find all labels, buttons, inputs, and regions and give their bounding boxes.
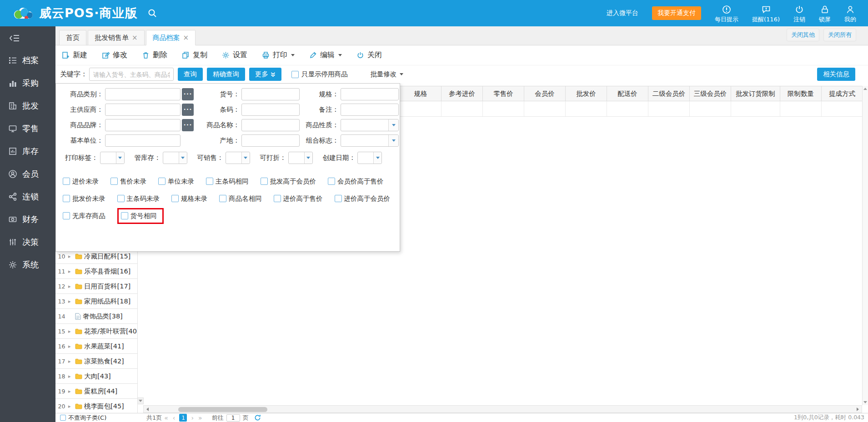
checkbox[interactable] <box>261 178 268 185</box>
field-select[interactable] <box>100 152 125 164</box>
lock-screen-button[interactable]: 锁屏 <box>819 5 831 22</box>
sidebar-item-retail[interactable]: 零售 <box>0 117 55 140</box>
filter-checkbox[interactable]: 主条码未录 <box>117 194 160 203</box>
edit-dropdown-button[interactable]: 编辑 <box>309 50 342 60</box>
close-button[interactable]: 关闭 <box>356 50 382 60</box>
filter-checkbox[interactable]: 无库存商品 <box>63 212 105 220</box>
micro-platform-link[interactable]: 进入微平台 <box>607 9 638 17</box>
sidebar-item-finance[interactable]: 财务 <box>0 208 55 231</box>
tab-wholesale-order[interactable]: 批发销售单 × <box>88 30 145 45</box>
sidebar-item-archives[interactable]: 档案 <box>0 49 55 72</box>
sidebar-item-wholesale[interactable]: 批发 <box>0 94 55 117</box>
reminders-button[interactable]: 提醒(116) <box>752 5 780 22</box>
close-all-button[interactable]: 关闭所有 <box>823 29 856 41</box>
expand-arrow-icon[interactable]: ▸ <box>68 358 73 364</box>
category-row[interactable]: 20 ▸ 桃李面包[45] <box>55 399 137 413</box>
sidebar-item-chain[interactable]: 连锁 <box>0 185 55 208</box>
field-select[interactable] <box>288 152 313 164</box>
scrollbar-thumb[interactable] <box>178 407 267 412</box>
category-row[interactable]: 12 ▸ 日用百货科[17 <box>55 279 137 294</box>
browse-dots-button[interactable]: ••• <box>182 119 194 131</box>
column-header[interactable]: 限制数量 <box>780 86 822 101</box>
browse-dots-button[interactable]: ••• <box>182 88 194 100</box>
category-row[interactable]: 14 ▸ 奢饰品类[38] <box>55 309 137 324</box>
scroll-up-icon[interactable] <box>863 88 867 90</box>
my-account-button[interactable]: 我的 <box>844 5 856 22</box>
sidebar-item-member[interactable]: 会员 <box>0 163 55 185</box>
column-header[interactable]: 规格 <box>400 86 442 101</box>
delete-button[interactable]: 删除 <box>142 50 167 60</box>
related-info-button[interactable]: 相关信息 <box>817 68 855 81</box>
copy-button[interactable]: 复制 <box>182 50 207 60</box>
scroll-right-button[interactable] <box>854 406 862 412</box>
column-header[interactable]: 三级会员价 <box>690 86 731 101</box>
more-button[interactable]: 更多 <box>249 68 281 81</box>
category-row[interactable]: 11 ▸ 乐亭县香烟[16 <box>55 264 137 279</box>
category-row[interactable]: 19 ▸ 蛋糕房[44] <box>55 384 137 399</box>
expand-arrow-icon[interactable]: ▸ <box>68 388 73 394</box>
scroll-down-icon[interactable] <box>863 401 867 403</box>
category-scroll-down-button[interactable] <box>137 397 144 404</box>
vertical-scrollbar[interactable] <box>862 86 868 405</box>
field-select[interactable] <box>226 152 250 164</box>
field-input[interactable] <box>341 88 399 100</box>
logout-button[interactable]: 注销 <box>793 5 805 22</box>
column-header[interactable]: 参考进价 <box>442 86 483 101</box>
exclude-subcategory-checkbox[interactable]: 不查询子类(C) <box>55 414 135 422</box>
settings-button[interactable]: 设置 <box>222 50 247 60</box>
checkbox[interactable] <box>171 195 179 202</box>
checkbox[interactable] <box>274 195 281 202</box>
tab-home[interactable]: 首页 <box>59 30 86 45</box>
checkbox[interactable] <box>117 195 125 202</box>
expand-arrow-icon[interactable]: ▸ <box>68 268 73 274</box>
first-page-button[interactable]: « <box>164 414 168 422</box>
field-input[interactable] <box>241 88 300 100</box>
refresh-icon[interactable] <box>254 414 261 421</box>
category-row[interactable]: 16 ▸ 水果蔬菜[41] <box>55 339 137 354</box>
field-select[interactable] <box>357 152 382 164</box>
browse-dots-button[interactable]: ••• <box>182 104 194 116</box>
sidebar-item-purchase[interactable]: 采购 <box>0 72 55 94</box>
column-header[interactable]: 二级会员价 <box>648 86 690 101</box>
expand-arrow-icon[interactable]: ▸ <box>68 253 73 259</box>
query-button[interactable]: 查询 <box>178 68 203 81</box>
daily-tips-button[interactable]: 每日提示 <box>715 5 738 22</box>
checkbox[interactable] <box>206 178 213 185</box>
keyword-input[interactable] <box>89 68 174 81</box>
expand-arrow-icon[interactable]: ▸ <box>68 343 73 349</box>
last-page-button[interactable]: » <box>198 414 202 422</box>
field-input[interactable] <box>241 134 300 147</box>
show-disabled-checkbox[interactable]: 只显示停用商品 <box>291 70 348 79</box>
expand-arrow-icon[interactable]: ▸ <box>68 298 73 304</box>
category-row[interactable]: 18 ▸ 大肉[43] <box>55 369 137 384</box>
checkbox[interactable] <box>63 195 70 202</box>
close-others-button[interactable]: 关闭其他 <box>787 29 819 41</box>
sidebar-item-system[interactable]: 系统 <box>0 253 55 276</box>
next-page-button[interactable]: › <box>191 414 194 422</box>
field-input[interactable] <box>241 104 300 116</box>
filter-checkbox[interactable]: 货号相同 <box>117 208 164 224</box>
category-row[interactable]: 13 ▸ 家用纸品科[18 <box>55 294 137 309</box>
batch-edit-dropdown[interactable]: 批量修改 <box>371 70 403 79</box>
checkbox[interactable] <box>328 178 335 185</box>
field-select[interactable] <box>163 152 187 164</box>
field-select[interactable] <box>341 134 399 147</box>
filter-checkbox[interactable]: 商品名相同 <box>219 194 262 203</box>
filter-checkbox[interactable]: 批发高于会员价 <box>261 177 316 186</box>
tab-product-archive[interactable]: 商品档案 × <box>146 30 196 45</box>
checkbox[interactable] <box>219 195 226 202</box>
expand-arrow-icon[interactable]: ▸ <box>68 328 73 334</box>
field-select[interactable] <box>341 119 399 131</box>
category-row[interactable]: 17 ▸ 凉菜熟食[42] <box>55 354 137 369</box>
checkbox[interactable] <box>158 178 166 185</box>
column-header[interactable]: 会员价 <box>524 86 566 101</box>
sidebar-collapse-button[interactable] <box>0 26 55 49</box>
goto-page-input[interactable] <box>226 414 240 422</box>
field-input[interactable] <box>105 134 181 147</box>
field-input[interactable] <box>105 104 181 116</box>
sidebar-item-inventory[interactable]: 库存 <box>0 140 55 163</box>
search-icon[interactable] <box>147 8 157 18</box>
filter-checkbox[interactable]: 会员价高于售价 <box>328 177 384 186</box>
column-header[interactable]: 批发价 <box>566 86 607 101</box>
open-payment-button[interactable]: 我要开通支付 <box>652 6 701 20</box>
